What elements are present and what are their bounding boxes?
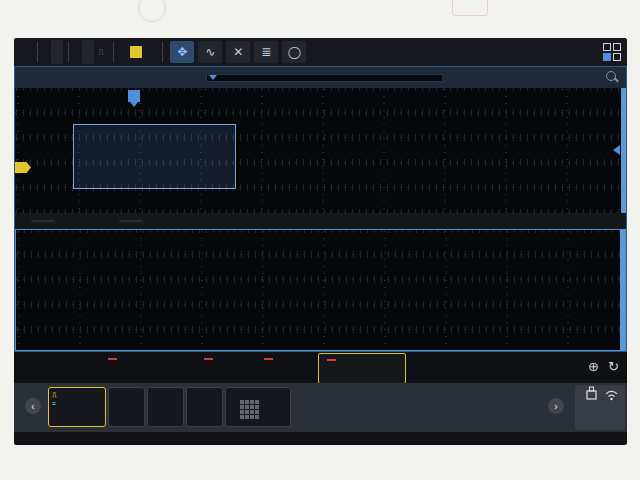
channel1-tile[interactable]: ⎍ = xyxy=(48,387,106,427)
grid-cell-icon xyxy=(613,43,621,51)
channel3-name xyxy=(148,388,183,390)
channel4-name xyxy=(187,388,222,390)
layout-grid-button[interactable] xyxy=(603,43,621,61)
coupling-icon: ⎍ xyxy=(52,390,57,399)
scrollbar-thumb-icon[interactable] xyxy=(209,75,217,80)
measurement-peak-peak[interactable] xyxy=(104,353,196,382)
waveform-cursor-icon: ∿ xyxy=(205,45,215,59)
plus-circle-icon: ⊕ xyxy=(588,359,599,374)
list-view-button[interactable]: ≣ xyxy=(254,41,278,63)
pan-zoom-icon: ✥ xyxy=(177,45,187,59)
watermark-graphic xyxy=(138,0,166,22)
list-icon: ≣ xyxy=(261,45,271,59)
measurement-duty[interactable] xyxy=(260,353,316,382)
offset-icon: = xyxy=(52,399,56,408)
divider xyxy=(68,42,69,62)
xy-tool-button[interactable]: ✕ xyxy=(226,41,250,63)
wave-window xyxy=(14,66,627,352)
zoomed-waveform-plot[interactable] xyxy=(15,229,626,351)
trigger-level-marker[interactable] xyxy=(613,145,620,155)
zoom-control-bar xyxy=(15,213,626,229)
refresh-measurements-button[interactable]: ↻ xyxy=(608,359,619,374)
zoom-select-tool-button[interactable]: ✥ xyxy=(170,41,194,63)
dial-button[interactable]: ◯ xyxy=(282,41,306,63)
measurement-bar: ⊕ ↻ xyxy=(14,352,627,383)
xy-icon: ✕ xyxy=(233,45,243,59)
wifi-icon xyxy=(606,391,617,400)
grid-cell-icon xyxy=(603,43,611,51)
measurement-frequency[interactable] xyxy=(318,353,406,384)
trigger-source-badge[interactable] xyxy=(130,46,142,58)
measurement-pulse-width[interactable] xyxy=(200,353,258,382)
oscilloscope-screen: ⎍ ✥ ∿ ✕ ≣ ◯ xyxy=(14,38,627,445)
vertical-scrollbar[interactable] xyxy=(620,230,625,350)
circle-dial-icon: ◯ xyxy=(288,45,301,59)
magnifier-icon[interactable] xyxy=(606,71,618,83)
digital-channel-grid-icon xyxy=(240,400,259,419)
collapse-left-button[interactable]: ‹ xyxy=(25,398,41,414)
channel2-name xyxy=(109,388,144,390)
horiz-zoom-value-box[interactable] xyxy=(31,220,55,222)
digital-label xyxy=(226,388,290,390)
channel-bar: ‹ ⎍ = › xyxy=(14,383,627,432)
channel1-level-marker[interactable] xyxy=(15,162,31,173)
acquire-mode-button[interactable]: ⎍ xyxy=(98,48,104,57)
channel-color-dash xyxy=(327,359,336,361)
channel4-tile[interactable] xyxy=(186,387,223,427)
divider xyxy=(113,42,114,62)
zoom-region-selection[interactable] xyxy=(73,124,236,189)
acquire-settings-button[interactable] xyxy=(82,40,94,64)
vert-zoom-value-box[interactable] xyxy=(119,220,143,222)
watermark-graphic xyxy=(452,0,488,16)
usb-icon xyxy=(587,387,596,399)
channel3-tile[interactable] xyxy=(147,387,184,427)
status-icons xyxy=(575,385,625,401)
divider xyxy=(37,42,38,62)
trigger-settings-button[interactable] xyxy=(145,40,157,64)
overview-waveform-plot[interactable] xyxy=(15,88,626,213)
digital-channels-tile[interactable] xyxy=(225,387,291,427)
channel-color-dash xyxy=(264,358,273,360)
channel2-tile[interactable] xyxy=(108,387,145,427)
acquire-waveform-icon: ⎍ xyxy=(98,48,104,57)
expand-right-button[interactable]: › xyxy=(548,398,564,414)
chevron-right-icon: › xyxy=(554,401,557,412)
refresh-icon: ↻ xyxy=(608,359,619,374)
wave-window-titlebar xyxy=(15,67,626,88)
top-toolbar: ⎍ ✥ ∿ ✕ ≣ ◯ xyxy=(14,38,627,66)
waveform-cursor-tool-button[interactable]: ∿ xyxy=(198,41,222,63)
trigger-position-marker[interactable] xyxy=(128,90,140,102)
chevron-left-icon: ‹ xyxy=(31,401,34,412)
grid-cell-icon xyxy=(613,53,621,61)
status-panel[interactable] xyxy=(575,385,625,430)
bezel-strip xyxy=(14,432,627,445)
divider xyxy=(162,42,163,62)
grid-cell-icon xyxy=(603,53,611,61)
channel-color-dash xyxy=(108,358,117,360)
add-measurement-button[interactable]: ⊕ xyxy=(588,359,599,374)
horizontal-scrollbar[interactable] xyxy=(206,74,443,82)
vertical-scrollbar[interactable] xyxy=(621,88,626,213)
channel-color-dash xyxy=(204,358,213,360)
horizontal-settings-button[interactable] xyxy=(51,40,63,64)
